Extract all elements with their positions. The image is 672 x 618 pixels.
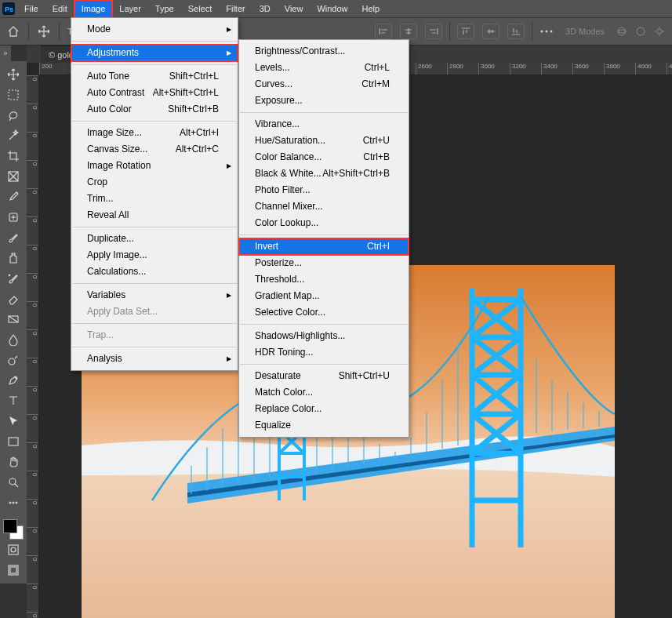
- menu-item-label: Brightness/Contrast...: [255, 45, 345, 58]
- foreground-color-swatch[interactable]: [3, 519, 17, 533]
- adjustments-submenu-dropdown: Brightness/Contrast...Levels...Ctrl+LCur…: [238, 39, 409, 438]
- menu-window[interactable]: Window: [310, 0, 354, 17]
- menu-select[interactable]: Select: [181, 0, 220, 17]
- adjustments-posterize[interactable]: Posterize...: [239, 255, 409, 271]
- adjustments-invert[interactable]: InvertCtrl+I: [239, 238, 409, 255]
- image-menu-analysis[interactable]: Analysis: [71, 351, 238, 367]
- tool-crop[interactable]: [2, 147, 24, 165]
- tool-frame[interactable]: [2, 167, 24, 186]
- adjustments-brightness-contrast[interactable]: Brightness/Contrast...: [239, 43, 409, 60]
- tool-blur[interactable]: [2, 330, 24, 349]
- adjustments-levels[interactable]: Levels...Ctrl+L: [239, 60, 409, 76]
- adjustments-shadows-highlights[interactable]: Shadows/Highlights...: [239, 328, 409, 344]
- image-menu-calculations[interactable]: Calculations...: [71, 264, 238, 280]
- ruler-vertical[interactable]: 00000000000000000000: [27, 75, 39, 618]
- adjustments-replace-color[interactable]: Replace Color...: [239, 401, 409, 417]
- move-tool-icon[interactable]: [31, 17, 57, 45]
- adjustments-black-white[interactable]: Black & White...Alt+Shift+Ctrl+B: [239, 165, 409, 182]
- image-menu-trap: Trap...: [71, 327, 238, 344]
- adjustments-desaturate[interactable]: DesaturateShift+Ctrl+U: [239, 368, 409, 384]
- tool-gradient[interactable]: [2, 310, 24, 329]
- tool-hand[interactable]: [2, 453, 24, 471]
- color-swatches[interactable]: [3, 519, 24, 540]
- tool-lasso[interactable]: [2, 106, 24, 125]
- menu-image[interactable]: Image: [74, 0, 113, 17]
- adjustments-match-color[interactable]: Match Color...: [239, 384, 409, 401]
- image-menu-duplicate[interactable]: Duplicate...: [71, 231, 238, 247]
- adjustments-threshold[interactable]: Threshold...: [239, 271, 409, 288]
- svg-point-19: [16, 502, 18, 504]
- adjustments-color-lookup[interactable]: Color Lookup...: [239, 215, 409, 231]
- tool-brush[interactable]: [2, 228, 24, 247]
- tool-move[interactable]: [2, 65, 24, 84]
- image-menu-trim[interactable]: Trim...: [71, 191, 238, 207]
- adjustments-vibrance[interactable]: Vibrance...: [239, 116, 409, 133]
- 3d-pan-icon[interactable]: [633, 17, 648, 45]
- screen-mode-icon[interactable]: [2, 561, 24, 580]
- adjustments-equalize[interactable]: Equalize: [239, 417, 409, 434]
- ruler-tick: 2600: [416, 63, 447, 75]
- tool-magic-wand[interactable]: [2, 126, 24, 145]
- menu-filter[interactable]: Filter: [219, 0, 252, 17]
- quick-mask-icon[interactable]: [2, 540, 24, 559]
- image-menu-variables[interactable]: Variables: [71, 287, 238, 304]
- adjustments-color-balance[interactable]: Color Balance...Ctrl+B: [239, 149, 409, 165]
- align-hcenter-icon[interactable]: [400, 24, 417, 39]
- tool-pen[interactable]: [2, 371, 24, 390]
- menu-3d[interactable]: 3D: [252, 0, 278, 17]
- svg-point-14: [9, 358, 15, 365]
- menu-edit[interactable]: Edit: [45, 0, 74, 17]
- image-menu-canvas-size[interactable]: Canvas Size...Alt+Ctrl+C: [71, 141, 238, 158]
- menu-item-label: Adjustments: [87, 46, 139, 60]
- image-menu-image-rotation[interactable]: Image Rotation: [71, 158, 238, 174]
- tool-marquee[interactable]: [2, 85, 24, 104]
- menu-layer[interactable]: Layer: [112, 0, 148, 17]
- menu-view[interactable]: View: [278, 0, 311, 17]
- image-menu-mode[interactable]: Mode: [71, 21, 238, 38]
- tool-path-select[interactable]: [2, 412, 24, 431]
- align-top-icon[interactable]: [457, 24, 474, 39]
- more-icon[interactable]: [537, 17, 556, 45]
- tool-rectangle[interactable]: [2, 432, 24, 451]
- adjustments-exposure[interactable]: Exposure...: [239, 93, 409, 109]
- home-icon[interactable]: [0, 17, 27, 45]
- menu-file[interactable]: File: [17, 0, 45, 17]
- 3d-orbit-icon[interactable]: [614, 17, 630, 45]
- tool-healing[interactable]: [2, 208, 24, 227]
- menu-item-shortcut: Alt+Ctrl+I: [180, 126, 219, 140]
- adjustments-selective-color[interactable]: Selective Color...: [239, 304, 409, 321]
- image-menu-apply-data-set: Apply Data Set...: [71, 304, 238, 320]
- tool-edit-toolbar[interactable]: [2, 493, 24, 512]
- align-left-icon[interactable]: [375, 24, 392, 39]
- adjustments-hdr-toning[interactable]: HDR Toning...: [239, 344, 409, 361]
- tool-history-brush[interactable]: [2, 269, 24, 288]
- adjustments-gradient-map[interactable]: Gradient Map...: [239, 288, 409, 304]
- image-menu-crop[interactable]: Crop: [71, 174, 238, 191]
- tool-eyedropper[interactable]: [2, 187, 24, 206]
- tool-clone[interactable]: [2, 249, 24, 267]
- align-vcenter-icon[interactable]: [482, 24, 499, 39]
- image-menu-auto-color[interactable]: Auto ColorShift+Ctrl+B: [71, 101, 238, 118]
- image-menu-reveal-all[interactable]: Reveal All: [71, 207, 238, 224]
- adjustments-curves[interactable]: Curves...Ctrl+M: [239, 76, 409, 93]
- align-right-icon[interactable]: [425, 24, 442, 39]
- tool-zoom[interactable]: [2, 473, 24, 492]
- tool-eraser[interactable]: [2, 289, 24, 308]
- 3d-light-icon[interactable]: [652, 17, 667, 45]
- adjustments-hue-saturation[interactable]: Hue/Saturation...Ctrl+U: [239, 133, 409, 149]
- image-menu-auto-tone[interactable]: Auto ToneShift+Ctrl+L: [71, 68, 238, 85]
- menu-item-label: Auto Color: [87, 103, 132, 116]
- tool-dodge[interactable]: [2, 351, 24, 369]
- menu-type[interactable]: Type: [148, 0, 181, 17]
- image-menu-image-size[interactable]: Image Size...Alt+Ctrl+I: [71, 125, 238, 141]
- adjustments-photo-filter[interactable]: Photo Filter...: [239, 182, 409, 198]
- align-bottom-icon[interactable]: [507, 24, 525, 39]
- image-menu-auto-contrast[interactable]: Auto ContrastAlt+Shift+Ctrl+L: [71, 85, 238, 101]
- menu-help[interactable]: Help: [355, 0, 387, 17]
- image-menu-apply-image[interactable]: Apply Image...: [71, 247, 238, 264]
- image-menu-adjustments[interactable]: Adjustments: [71, 45, 238, 61]
- panel-pin-icon[interactable]: »: [0, 45, 11, 61]
- menu-item-label: Posterize...: [255, 256, 302, 270]
- adjustments-channel-mixer[interactable]: Channel Mixer...: [239, 198, 409, 215]
- tool-type[interactable]: [2, 391, 24, 410]
